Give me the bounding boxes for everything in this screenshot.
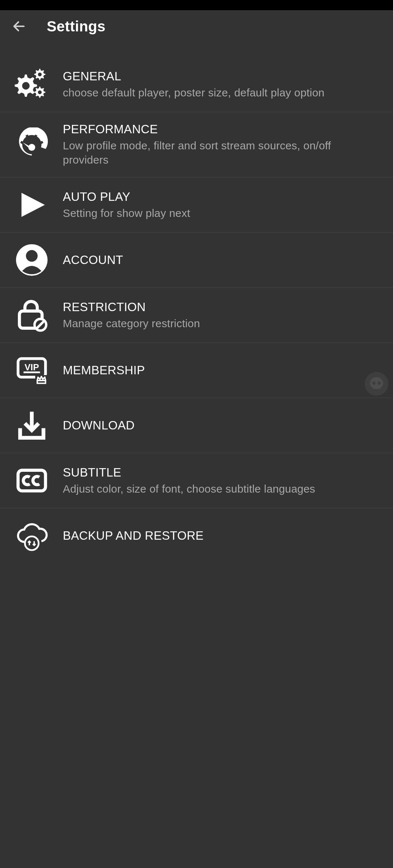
settings-item-autoplay[interactable]: AUTO PLAY Setting for show play next xyxy=(0,177,393,233)
item-subtitle: Low profile mode, filter and sort stream… xyxy=(63,138,378,167)
item-text: DOWNLOAD xyxy=(63,418,378,432)
svg-rect-20 xyxy=(378,387,380,389)
item-title: DOWNLOAD xyxy=(63,418,378,432)
item-text: AUTO PLAY Setting for show play next xyxy=(63,190,378,220)
item-text: PERFORMANCE Low profile mode, filter and… xyxy=(63,122,378,167)
play-icon xyxy=(15,188,49,222)
account-icon xyxy=(15,243,49,277)
gauge-icon xyxy=(15,127,49,162)
settings-item-performance[interactable]: PERFORMANCE Low profile mode, filter and… xyxy=(0,112,393,177)
item-title: AUTO PLAY xyxy=(63,190,378,204)
content-area: Settings GENERAL choose def xyxy=(0,10,393,868)
settings-item-subtitle[interactable]: SUBTITLE Adjust color, size of font, cho… xyxy=(0,453,393,508)
cc-icon xyxy=(15,463,49,498)
item-title: GENERAL xyxy=(63,69,378,83)
settings-item-backup[interactable]: BACKUP AND RESTORE xyxy=(0,508,393,563)
svg-point-17 xyxy=(378,382,381,385)
item-text: RESTRICTION Manage category restriction xyxy=(63,300,378,330)
item-text: MEMBERSHIP xyxy=(63,363,378,377)
cloud-sync-icon xyxy=(15,519,49,553)
svg-rect-18 xyxy=(373,387,375,389)
item-subtitle: choose default player, poster size, defa… xyxy=(63,85,378,100)
arrow-left-icon xyxy=(12,19,26,34)
settings-item-membership[interactable]: VIP MEMBERSHIP xyxy=(0,343,393,398)
item-title: BACKUP AND RESTORE xyxy=(63,529,378,543)
svg-point-3 xyxy=(26,250,38,262)
vip-icon: VIP xyxy=(15,353,49,387)
item-title: MEMBERSHIP xyxy=(63,363,378,377)
settings-item-account[interactable]: ACCOUNT xyxy=(0,233,393,288)
settings-list: GENERAL choose default player, poster si… xyxy=(0,44,393,563)
item-text: BACKUP AND RESTORE xyxy=(63,529,378,543)
svg-point-16 xyxy=(372,382,375,385)
item-text: ACCOUNT xyxy=(63,253,378,267)
item-title: RESTRICTION xyxy=(63,300,378,314)
back-button[interactable] xyxy=(10,18,28,35)
gears-icon xyxy=(15,67,49,102)
lock-restricted-icon xyxy=(15,298,49,332)
item-subtitle: Adjust color, size of font, choose subti… xyxy=(63,482,378,496)
svg-text:VIP: VIP xyxy=(24,362,39,372)
item-subtitle: Manage category restriction xyxy=(63,316,378,330)
item-title: PERFORMANCE xyxy=(63,122,378,136)
svg-point-13 xyxy=(25,536,39,550)
watermark-badge xyxy=(360,367,393,400)
item-title: SUBTITLE xyxy=(63,466,378,479)
settings-item-restriction[interactable]: RESTRICTION Manage category restriction xyxy=(0,288,393,343)
status-bar xyxy=(0,0,393,10)
svg-rect-19 xyxy=(376,387,377,389)
item-text: SUBTITLE Adjust color, size of font, cho… xyxy=(63,466,378,496)
header: Settings xyxy=(0,10,393,44)
page-title: Settings xyxy=(47,18,106,35)
download-icon xyxy=(15,408,49,443)
item-subtitle: Setting for show play next xyxy=(63,206,378,220)
settings-item-general[interactable]: GENERAL choose default player, poster si… xyxy=(0,57,393,112)
item-title: ACCOUNT xyxy=(63,253,378,267)
settings-item-download[interactable]: DOWNLOAD xyxy=(0,398,393,453)
item-text: GENERAL choose default player, poster si… xyxy=(63,69,378,100)
